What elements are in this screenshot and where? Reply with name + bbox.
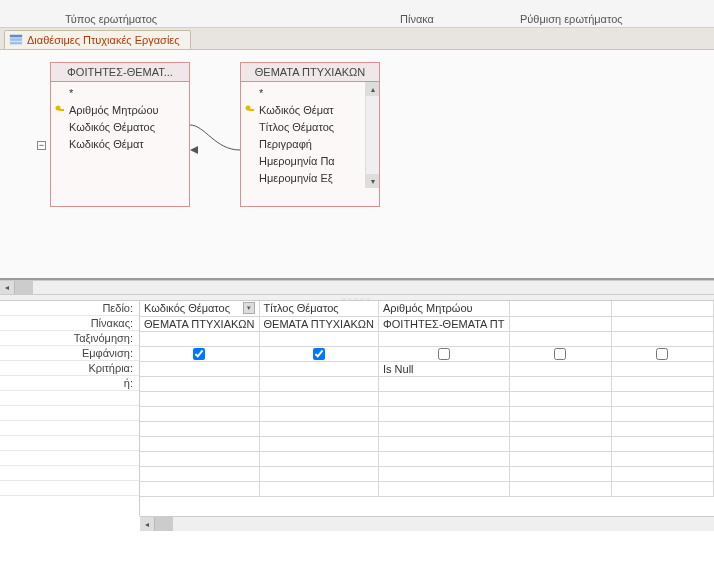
sort-cell[interactable]: [509, 331, 611, 346]
criteria-cell[interactable]: [611, 361, 713, 376]
field-label: Κωδικός Θέματος: [69, 121, 155, 133]
field-cell[interactable]: [611, 301, 713, 316]
svg-marker-7: [190, 146, 198, 154]
query-tab[interactable]: Διαθέσιμες Πτυχιακές Εργασίες: [4, 30, 191, 49]
label-table: Πίνακας:: [0, 316, 139, 331]
sort-cell[interactable]: [379, 331, 510, 346]
primary-key-icon: [55, 105, 65, 115]
label-field: Πεδίο:: [0, 301, 139, 316]
show-checkbox[interactable]: [313, 348, 325, 360]
qbe-table[interactable]: Κωδικός Θέματος▾ Τίτλος Θέματος Αριθμός …: [140, 301, 714, 497]
table-cell[interactable]: [611, 316, 713, 331]
query-designer-canvas[interactable]: ΦΟΙΤΗΤΕΣ-ΘΕΜΑΤ... * Αριθμός Μητρώου Κωδι…: [0, 50, 714, 280]
field-row[interactable]: Κωδικός Θέματ: [51, 135, 189, 152]
dropdown-icon[interactable]: ▾: [243, 302, 255, 314]
table-cell[interactable]: ΘΕΜΑΤΑ ΠΤΥΧΙΑΚΩΝ: [259, 316, 379, 331]
show-checkbox[interactable]: [554, 348, 566, 360]
document-tabbar: Διαθέσιμες Πτυχιακές Εργασίες: [0, 28, 714, 50]
field-star: *: [259, 87, 263, 99]
field-cell[interactable]: Αριθμός Μητρώου: [379, 301, 510, 316]
criteria-cell[interactable]: [259, 361, 379, 376]
field-label: Κωδικός Θέματ: [259, 104, 334, 116]
scroll-up-icon[interactable]: ▴: [366, 82, 379, 96]
field-label: Περιγραφή: [259, 138, 312, 150]
field-row[interactable]: *: [241, 84, 365, 101]
field-row[interactable]: Αριθμός Μητρώου: [51, 101, 189, 118]
label-sort: Ταξινόμηση:: [0, 331, 139, 346]
scroll-thumb[interactable]: [155, 517, 173, 531]
primary-key-icon: [245, 105, 255, 115]
label-criteria: Κριτήρια:: [0, 361, 139, 376]
sort-cell[interactable]: [140, 331, 259, 346]
svg-rect-6: [249, 109, 254, 111]
ribbon: Τύπος ερωτήματος Πίνακα Ρύθμιση ερωτήματ…: [0, 0, 714, 28]
field-star: *: [69, 87, 73, 99]
qbe-row-labels: Πεδίο: Πίνακας: Ταξινόμηση: Εμφάνιση: Κρ…: [0, 301, 140, 516]
field-cell[interactable]: Κωδικός Θέματος▾: [140, 301, 259, 316]
scroll-down-icon[interactable]: ▾: [366, 174, 379, 188]
field-cell[interactable]: Τίτλος Θέματος: [259, 301, 379, 316]
field-row[interactable]: Κωδικός Θέματος: [51, 118, 189, 135]
qbe-hscroll[interactable]: ◂: [140, 516, 714, 531]
ribbon-group-query-type: Τύπος ερωτήματος: [65, 13, 157, 25]
expand-toggle[interactable]: −: [37, 141, 46, 150]
field-row[interactable]: Τίτλος Θέματος: [241, 118, 365, 135]
table-title: ΘΕΜΑΤΑ ΠΤΥΧΙΑΚΩΝ: [241, 63, 379, 82]
qbe-grid: Πεδίο: Πίνακας: Ταξινόμηση: Εμφάνιση: Κρ…: [0, 301, 714, 516]
field-label: Κωδικός Θέματ: [69, 138, 144, 150]
svg-rect-1: [10, 38, 22, 41]
scroll-left-icon[interactable]: ◂: [140, 517, 155, 531]
sort-cell[interactable]: [259, 331, 379, 346]
field-label: Ημερομηνία Εξ: [259, 172, 333, 184]
field-cell[interactable]: [509, 301, 611, 316]
show-checkbox[interactable]: [656, 348, 668, 360]
field-row[interactable]: Ημερομηνία Εξ: [241, 169, 365, 186]
or-cell[interactable]: [140, 376, 259, 391]
show-checkbox[interactable]: [193, 348, 205, 360]
table-title: ΦΟΙΤΗΤΕΣ-ΘΕΜΑΤ...: [51, 63, 189, 82]
field-row[interactable]: Ημερομηνία Πα: [241, 152, 365, 169]
field-label: Ημερομηνία Πα: [259, 155, 335, 167]
criteria-cell[interactable]: [509, 361, 611, 376]
query-tab-title: Διαθέσιμες Πτυχιακές Εργασίες: [27, 34, 180, 46]
canvas-hscroll[interactable]: ◂: [0, 280, 714, 295]
show-checkbox[interactable]: [438, 348, 450, 360]
table-cell[interactable]: ΘΕΜΑΤΑ ΠΤΥΧΙΑΚΩΝ: [140, 316, 259, 331]
sort-cell[interactable]: [611, 331, 713, 346]
field-row[interactable]: Περιγραφή: [241, 135, 365, 152]
svg-rect-4: [59, 109, 64, 111]
label-or: ή:: [0, 376, 139, 391]
table-box-students[interactable]: ΦΟΙΤΗΤΕΣ-ΘΕΜΑΤ... * Αριθμός Μητρώου Κωδι…: [50, 62, 190, 207]
criteria-cell[interactable]: Is Null: [379, 361, 510, 376]
table-box-themata[interactable]: ΘΕΜΑΤΑ ΠΤΥΧΙΑΚΩΝ * Κωδικός Θέματ Τίτλος …: [240, 62, 380, 207]
table-cell[interactable]: ΦΟΙΤΗΤΕΣ-ΘΕΜΑΤΑ ΠΤ: [379, 316, 510, 331]
field-row[interactable]: *: [51, 84, 189, 101]
criteria-cell[interactable]: [140, 361, 259, 376]
field-label: Αριθμός Μητρώου: [69, 104, 159, 116]
svg-rect-0: [10, 35, 22, 38]
field-row[interactable]: Κωδικός Θέματ: [241, 101, 365, 118]
scroll-left-icon[interactable]: ◂: [0, 281, 15, 294]
svg-rect-2: [10, 42, 22, 45]
field-list-scrollbar[interactable]: ▴ ▾: [365, 82, 379, 188]
scroll-thumb[interactable]: [15, 281, 33, 294]
query-icon: [9, 33, 23, 47]
field-label: Τίτλος Θέματος: [259, 121, 334, 133]
ribbon-group-query-setup: Ρύθμιση ερωτήματος: [520, 13, 623, 25]
table-cell[interactable]: [509, 316, 611, 331]
cell-text: Κωδικός Θέματος: [144, 302, 230, 314]
label-show: Εμφάνιση:: [0, 346, 139, 361]
ribbon-group-table: Πίνακα: [400, 13, 434, 25]
join-line[interactable]: [190, 120, 240, 160]
